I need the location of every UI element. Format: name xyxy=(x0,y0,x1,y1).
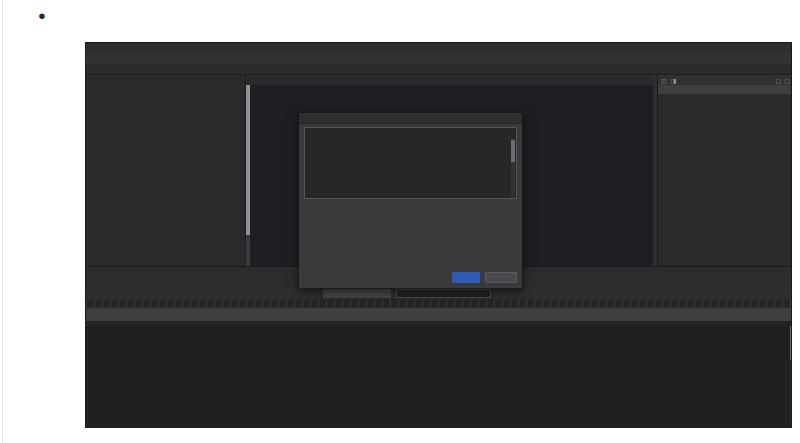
timeline-toolbar xyxy=(86,288,792,299)
variables-column-headers xyxy=(658,85,792,94)
bullet-list-item: ● xyxy=(38,8,56,23)
variables-rows xyxy=(658,94,792,266)
dialog-titlebar[interactable] xyxy=(299,113,522,124)
search-engine-dropdown[interactable] xyxy=(323,289,391,298)
event-filter-dialog xyxy=(298,112,523,289)
syscall-list-scrollbar-thumb[interactable] xyxy=(511,140,515,162)
menu-bar xyxy=(86,54,791,64)
bullet-icon: ● xyxy=(38,8,46,23)
split-horizontal-icon[interactable]: ◫ xyxy=(661,77,667,84)
document-page: ● xyxy=(0,0,800,443)
window-titlebar[interactable] xyxy=(86,43,791,54)
syscall-filter-root[interactable] xyxy=(315,138,323,145)
float-panel-icon[interactable]: ▢ xyxy=(776,77,782,84)
syscall-list-scrollbar[interactable] xyxy=(511,138,515,197)
event-timeline-track[interactable] xyxy=(86,307,792,321)
editor-tab-bar xyxy=(246,75,653,85)
syscall-list xyxy=(329,147,508,197)
cancel-button[interactable] xyxy=(485,272,517,283)
event-table xyxy=(86,326,792,428)
project-tree xyxy=(99,85,245,266)
event-table-scrollbar-thumb[interactable] xyxy=(790,326,792,360)
editor-scrollbar[interactable] xyxy=(246,85,250,266)
event-list-groupbox xyxy=(304,127,517,199)
toolbar xyxy=(86,64,791,75)
page-left-rule xyxy=(2,0,3,443)
event-table-scrollbar[interactable] xyxy=(790,326,792,428)
variables-dock: ◫ ◨ ▢ ▢ xyxy=(657,75,792,266)
editor-scrollbar-thumb[interactable] xyxy=(246,85,250,235)
event-filter-input[interactable] xyxy=(396,289,491,298)
workspace-dock xyxy=(86,75,246,266)
ok-button[interactable] xyxy=(452,272,480,283)
bottom-dock xyxy=(86,266,792,428)
timeline-ruler[interactable] xyxy=(86,299,792,307)
variables-dock-header: ◫ ◨ ▢ ▢ xyxy=(658,75,792,85)
close-panel-icon[interactable]: ▢ xyxy=(784,77,790,84)
split-vertical-icon[interactable]: ◨ xyxy=(671,77,677,84)
